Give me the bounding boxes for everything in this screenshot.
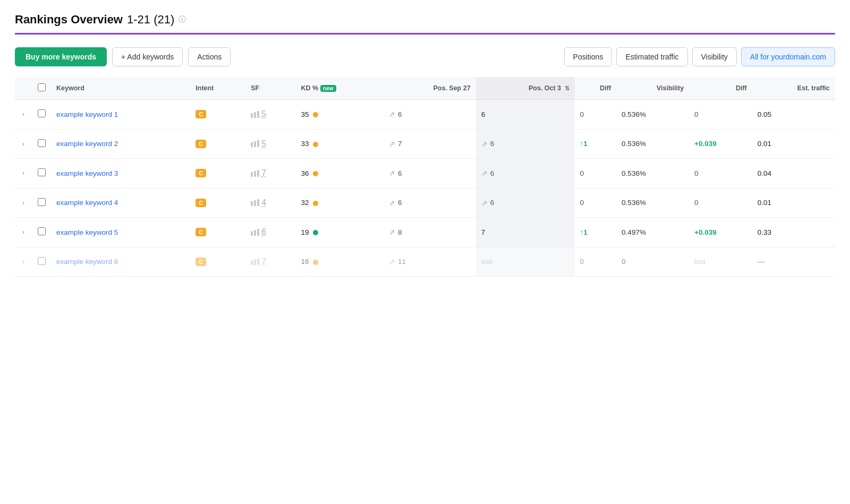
col-keyword-header[interactable]: Keyword bbox=[51, 77, 190, 100]
visibility-value: 0.497% bbox=[622, 228, 646, 236]
row-checkbox[interactable] bbox=[38, 139, 46, 147]
kd-value: 16 bbox=[301, 258, 309, 266]
est-traffic-cell: 0.05 bbox=[752, 100, 835, 130]
col-checkbox-header[interactable] bbox=[32, 77, 51, 100]
pos-sep27: ⇗8 bbox=[389, 228, 471, 236]
kd-cell: 33 bbox=[295, 129, 384, 159]
row-expand-cell[interactable]: › bbox=[15, 159, 32, 189]
sf-value[interactable]: 7 bbox=[261, 257, 266, 267]
row-checkbox[interactable] bbox=[38, 257, 46, 265]
select-all-checkbox[interactable] bbox=[38, 83, 46, 91]
col-visibility-header[interactable]: Visibility bbox=[616, 77, 689, 100]
row-expand-cell[interactable]: › bbox=[15, 100, 32, 130]
row-checkbox-cell[interactable] bbox=[32, 100, 51, 130]
svg-rect-11 bbox=[257, 199, 259, 206]
table-row: › example keyword 1 C 5 35 ⇗6 6 0 0.536%… bbox=[15, 100, 835, 130]
est-traffic-value: 0.01 bbox=[758, 199, 771, 207]
col-vis-diff-header[interactable]: Diff bbox=[689, 77, 752, 100]
row-checkbox-cell[interactable] bbox=[32, 218, 51, 247]
svg-rect-9 bbox=[251, 201, 253, 206]
sf-value[interactable]: 5 bbox=[261, 139, 266, 149]
pos-oct3: ⇗6 bbox=[481, 199, 570, 207]
table-row: › example keyword 3 C 7 36 ⇗6 ⇗6 0 0.536… bbox=[15, 159, 835, 189]
col-intent-header[interactable]: Intent bbox=[190, 77, 245, 100]
svg-rect-8 bbox=[257, 170, 259, 177]
link-icon-oct3: ⇗ bbox=[481, 199, 488, 207]
svg-rect-14 bbox=[257, 229, 259, 236]
col-est-traffic-header[interactable]: Est. traffic bbox=[752, 77, 835, 100]
kd-dot bbox=[313, 142, 318, 147]
expand-button[interactable]: › bbox=[20, 257, 27, 267]
page-title-range: 1-21 (21) bbox=[127, 13, 174, 27]
domain-filter-button[interactable]: All for yourdomain.com bbox=[741, 47, 835, 66]
sf-value[interactable]: 5 bbox=[261, 109, 266, 119]
sf-value[interactable]: 4 bbox=[261, 198, 266, 208]
col-pos-sep27-header[interactable]: Pos. Sep 27 bbox=[384, 77, 476, 100]
kd-dot bbox=[313, 171, 318, 176]
keyword-link[interactable]: example keyword 4 bbox=[56, 199, 118, 207]
row-checkbox[interactable] bbox=[38, 227, 46, 235]
pos-sep27: ⇗6 bbox=[389, 169, 471, 177]
sf-svg-icon bbox=[251, 199, 259, 206]
svg-rect-0 bbox=[251, 113, 253, 118]
vis-diff-cell: +0.039 bbox=[689, 218, 752, 247]
diff-cell: 0 bbox=[575, 100, 617, 130]
row-checkbox-cell[interactable] bbox=[32, 188, 51, 218]
row-checkbox[interactable] bbox=[38, 168, 46, 176]
row-expand-cell[interactable]: › bbox=[15, 129, 32, 159]
pos-oct3: ⇗6 bbox=[481, 140, 570, 148]
visibility-value: 0.536% bbox=[622, 169, 646, 177]
intent-cell: C bbox=[190, 129, 245, 159]
keyword-link[interactable]: example keyword 6 bbox=[56, 258, 118, 266]
est-traffic-cell: 0.01 bbox=[752, 129, 835, 159]
kd-cell: 36 bbox=[295, 159, 384, 189]
diff-cell: 0 bbox=[575, 188, 617, 218]
row-checkbox-cell[interactable] bbox=[32, 129, 51, 159]
col-sf-header[interactable]: SF bbox=[245, 77, 295, 100]
col-kd-header[interactable]: KD %new bbox=[295, 77, 384, 100]
info-icon[interactable]: ⓘ bbox=[178, 15, 186, 24]
actions-button[interactable]: Actions bbox=[188, 47, 231, 66]
estimated-traffic-button[interactable]: Estimated traffic bbox=[616, 47, 687, 66]
keyword-cell: example keyword 6 bbox=[51, 247, 190, 277]
sf-value[interactable]: 6 bbox=[261, 227, 266, 237]
expand-button[interactable]: › bbox=[20, 109, 27, 119]
vis-diff-positive: +0.039 bbox=[694, 228, 717, 236]
row-expand-cell[interactable]: › bbox=[15, 218, 32, 247]
expand-button[interactable]: › bbox=[20, 198, 27, 208]
sf-svg-icon bbox=[251, 229, 259, 236]
row-checkbox-cell[interactable] bbox=[32, 247, 51, 277]
col-pos-oct3-header[interactable]: Pos. Oct 3 ⇅ bbox=[476, 77, 575, 100]
visibility-cell: 0.536% bbox=[616, 159, 689, 189]
pos-sep27-cell: ⇗6 bbox=[384, 159, 476, 189]
expand-button[interactable]: › bbox=[20, 168, 27, 178]
expand-button[interactable]: › bbox=[20, 139, 27, 149]
sf-value[interactable]: 7 bbox=[261, 168, 266, 178]
row-expand-cell[interactable]: › bbox=[15, 188, 32, 218]
positions-button[interactable]: Positions bbox=[564, 47, 613, 66]
visibility-value: 0.536% bbox=[622, 110, 646, 118]
sf-icon: 5 bbox=[251, 139, 266, 149]
visibility-cell: 0.536% bbox=[616, 100, 689, 130]
row-checkbox[interactable] bbox=[38, 109, 46, 117]
row-expand-cell[interactable]: › bbox=[15, 247, 32, 277]
intent-cell: C bbox=[190, 247, 245, 277]
add-keywords-button[interactable]: + Add keywords bbox=[112, 47, 183, 66]
visibility-cell: 0 bbox=[616, 247, 689, 277]
keyword-link[interactable]: example keyword 3 bbox=[56, 169, 118, 177]
keyword-link[interactable]: example keyword 5 bbox=[56, 228, 118, 236]
row-checkbox[interactable] bbox=[38, 198, 46, 206]
keyword-cell: example keyword 5 bbox=[51, 218, 190, 247]
est-traffic-value: 0.01 bbox=[758, 140, 771, 148]
expand-button[interactable]: › bbox=[20, 227, 27, 237]
keyword-link[interactable]: example keyword 2 bbox=[56, 140, 118, 148]
keyword-link[interactable]: example keyword 1 bbox=[56, 110, 118, 118]
sf-icon: 6 bbox=[251, 227, 266, 237]
buy-keywords-button[interactable]: Buy more keywords bbox=[15, 47, 107, 66]
visibility-button[interactable]: Visibility bbox=[692, 47, 737, 66]
row-checkbox-cell[interactable] bbox=[32, 159, 51, 189]
col-diff-header[interactable]: Diff bbox=[575, 77, 617, 100]
kd-dot bbox=[313, 201, 318, 206]
est-traffic-value: 0.04 bbox=[758, 169, 771, 177]
pos-oct3-cell: ⇗6 bbox=[476, 129, 575, 159]
